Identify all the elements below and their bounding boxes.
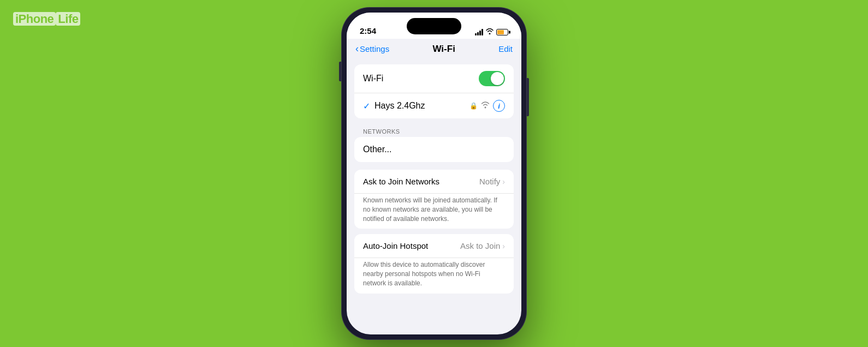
network-name: Hays 2.4Ghz bbox=[374, 101, 469, 111]
lock-icon: 🔒 bbox=[469, 102, 478, 110]
back-chevron-icon: ‹ bbox=[355, 43, 359, 55]
connected-network-row: ✓ Hays 2.4Ghz 🔒 i bbox=[354, 93, 514, 118]
ask-join-label: Ask to Join Networks bbox=[363, 177, 479, 186]
edit-button[interactable]: Edit bbox=[498, 44, 513, 53]
auto-join-card: Auto-Join Hotspot Ask to Join › Allow th… bbox=[354, 234, 514, 293]
status-icons bbox=[475, 28, 508, 35]
checkmark-icon: ✓ bbox=[363, 101, 370, 111]
wifi-card: Wi-Fi ✓ Hays 2.4Ghz 🔒 bbox=[354, 64, 514, 118]
networks-card: Other... bbox=[354, 137, 514, 162]
auto-join-row[interactable]: Auto-Join Hotspot Ask to Join › bbox=[354, 234, 514, 258]
other-network-row[interactable]: Other... bbox=[354, 137, 514, 162]
toggle-knob bbox=[491, 72, 504, 85]
networks-section-label: NETWORKS bbox=[354, 124, 514, 137]
brand-text: iPhone bbox=[13, 12, 56, 26]
wifi-status-icon bbox=[486, 28, 494, 35]
brand-highlight: Life bbox=[56, 12, 80, 26]
back-label: Settings bbox=[360, 44, 389, 53]
nav-bar: ‹ Settings Wi-Fi Edit bbox=[347, 39, 521, 59]
phone-screen: 2:54 bbox=[347, 13, 521, 334]
ask-join-card: Ask to Join Networks Notify › Known netw… bbox=[354, 170, 514, 229]
wifi-toggle[interactable] bbox=[479, 71, 505, 86]
wifi-label: Wi-Fi bbox=[363, 74, 479, 83]
main-content: Wi-Fi ✓ Hays 2.4Ghz 🔒 bbox=[347, 59, 521, 299]
auto-join-label: Auto-Join Hotspot bbox=[363, 241, 460, 250]
auto-join-value: Ask to Join bbox=[460, 241, 500, 250]
signal-icon bbox=[475, 29, 483, 35]
wifi-toggle-row: Wi-Fi bbox=[354, 64, 514, 93]
ask-join-value: Notify bbox=[479, 177, 500, 186]
info-button[interactable]: i bbox=[493, 100, 505, 112]
auto-join-description: Allow this device to automatically disco… bbox=[354, 258, 514, 293]
status-bar: 2:54 bbox=[347, 13, 521, 39]
other-label: Other... bbox=[363, 145, 391, 154]
status-time: 2:54 bbox=[360, 26, 376, 35]
ask-join-description: Known networks will be joined automatica… bbox=[354, 194, 514, 229]
back-button[interactable]: ‹ Settings bbox=[355, 43, 389, 55]
wifi-signal-icon bbox=[481, 101, 490, 110]
phone-frame: 2:54 bbox=[341, 7, 527, 340]
brand-logo: iPhoneLife bbox=[13, 10, 80, 27]
auto-join-chevron: › bbox=[502, 242, 505, 250]
network-icons: 🔒 i bbox=[469, 100, 505, 112]
ask-join-chevron: › bbox=[502, 177, 505, 186]
battery-icon bbox=[496, 29, 508, 35]
dynamic-island bbox=[407, 18, 461, 34]
page-title: Wi-Fi bbox=[432, 44, 455, 55]
battery-fill bbox=[497, 30, 504, 34]
ask-join-row[interactable]: Ask to Join Networks Notify › bbox=[354, 170, 514, 194]
